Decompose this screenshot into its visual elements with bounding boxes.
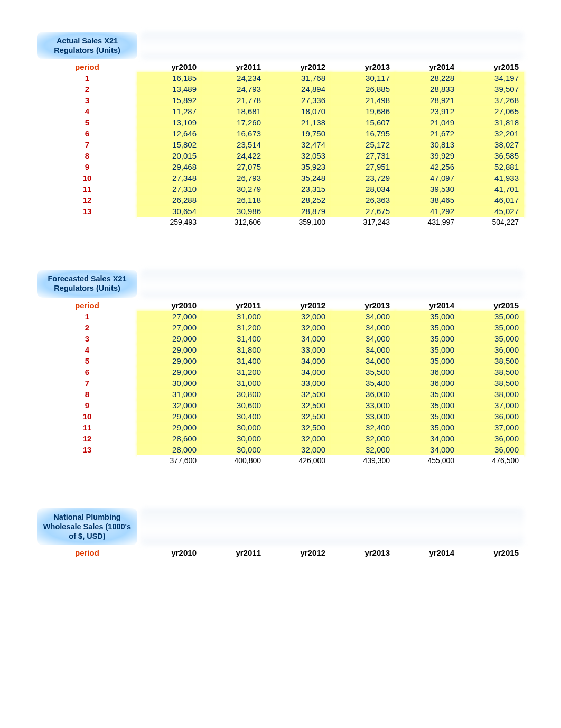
- table-row: 1129,00030,00032,50032,40035,00037,000: [37, 422, 524, 433]
- value-cell: 32,000: [266, 322, 331, 333]
- value-cell: 19,750: [266, 128, 331, 139]
- value-cell: 32,000: [331, 444, 395, 455]
- period-cell: 13: [37, 444, 137, 455]
- value-cell: 15,892: [137, 95, 202, 106]
- table-title: Actual Sales X21 Regulators (Units): [37, 32, 137, 59]
- value-cell: 18,070: [266, 106, 331, 117]
- value-cell: 21,049: [395, 117, 460, 128]
- year-column-header: yr2013: [331, 547, 395, 558]
- table-row: 629,00031,20034,00035,50036,00038,500: [37, 366, 524, 377]
- value-cell: 24,422: [202, 150, 266, 161]
- value-cell: 34,000: [395, 444, 460, 455]
- period-cell: 7: [37, 377, 137, 389]
- total-cell: 476,500: [460, 455, 524, 466]
- value-cell: 32,000: [137, 400, 202, 411]
- value-cell: 32,500: [266, 411, 331, 422]
- year-column-header: yr2015: [460, 300, 524, 311]
- period-cell: 2: [37, 322, 137, 333]
- value-cell: 33,000: [331, 411, 395, 422]
- data-table: periodyr2010yr2011yr2012yr2013yr2014yr20…: [37, 61, 524, 227]
- value-cell: 32,474: [266, 139, 331, 150]
- table-row: 1029,00030,40032,50033,00035,00036,000: [37, 411, 524, 422]
- total-cell: 455,000: [395, 455, 460, 466]
- value-cell: 41,292: [395, 206, 460, 217]
- value-cell: 35,000: [460, 333, 524, 344]
- value-cell: 32,000: [266, 433, 331, 444]
- value-cell: 35,000: [395, 411, 460, 422]
- value-cell: 32,053: [266, 150, 331, 161]
- data-table-block: Actual Sales X21 Regulators (Units)perio…: [37, 32, 524, 227]
- value-cell: 28,879: [266, 206, 331, 217]
- value-cell: 38,000: [460, 389, 524, 400]
- value-cell: 32,201: [460, 128, 524, 139]
- year-column-header: yr2011: [202, 61, 266, 72]
- value-cell: 38,500: [460, 366, 524, 377]
- value-cell: 34,000: [331, 355, 395, 366]
- total-cell: 259,493: [137, 217, 202, 227]
- value-cell: 21,778: [202, 95, 266, 106]
- totals-row: 259,493312,606359,100317,243431,997504,2…: [37, 217, 524, 227]
- value-cell: 29,468: [137, 161, 202, 172]
- value-cell: 35,000: [460, 311, 524, 322]
- totals-row: 377,600400,800426,000439,300455,000476,5…: [37, 455, 524, 466]
- value-cell: 35,400: [331, 377, 395, 389]
- value-cell: 28,228: [395, 72, 460, 84]
- table-row: 1226,28826,11828,25226,36338,46546,017: [37, 195, 524, 206]
- value-cell: 11,287: [137, 106, 202, 117]
- value-cell: 16,673: [202, 128, 266, 139]
- value-cell: 15,802: [137, 139, 202, 150]
- total-cell: 312,606: [202, 217, 266, 227]
- value-cell: 26,118: [202, 195, 266, 206]
- period-cell: 4: [37, 344, 137, 355]
- value-cell: 31,200: [202, 366, 266, 377]
- total-cell: 431,997: [395, 217, 460, 227]
- value-cell: 13,489: [137, 84, 202, 95]
- table-row: 227,00031,20032,00034,00035,00035,000: [37, 322, 524, 333]
- table-title-row: Actual Sales X21 Regulators (Units): [37, 32, 524, 59]
- value-cell: 28,833: [395, 84, 460, 95]
- value-cell: 35,000: [395, 422, 460, 433]
- table-title: Forecasted Sales X21 Regulators (Units): [37, 270, 137, 297]
- value-cell: 35,000: [395, 322, 460, 333]
- value-cell: 13,109: [137, 117, 202, 128]
- period-column-header: period: [37, 547, 137, 558]
- value-cell: 24,793: [202, 84, 266, 95]
- period-cell: 10: [37, 411, 137, 422]
- title-blur-strip: [141, 270, 524, 297]
- value-cell: 32,500: [266, 389, 331, 400]
- totals-label-cell: [37, 455, 137, 466]
- value-cell: 34,000: [331, 333, 395, 344]
- value-cell: 31,800: [202, 344, 266, 355]
- total-cell: 439,300: [331, 455, 395, 466]
- totals-label-cell: [37, 217, 137, 227]
- table-row: 213,48924,79324,89426,88528,83339,507: [37, 84, 524, 95]
- table-row: 1228,60030,00032,00032,00034,00036,000: [37, 433, 524, 444]
- table-row: 1027,34826,79335,24823,72947,09741,933: [37, 172, 524, 183]
- data-table-block: National Plumbing Wholesale Sales (1000'…: [37, 508, 524, 558]
- table-title: National Plumbing Wholesale Sales (1000'…: [37, 508, 137, 545]
- value-cell: 35,248: [266, 172, 331, 183]
- value-cell: 16,795: [331, 128, 395, 139]
- value-cell: 26,793: [202, 172, 266, 183]
- value-cell: 31,400: [202, 333, 266, 344]
- data-table: periodyr2010yr2011yr2012yr2013yr2014yr20…: [37, 547, 524, 558]
- value-cell: 16,185: [137, 72, 202, 84]
- total-cell: 317,243: [331, 217, 395, 227]
- year-column-header: yr2014: [395, 61, 460, 72]
- value-cell: 37,000: [460, 422, 524, 433]
- table-row: 1330,65430,98628,87927,67541,29245,027: [37, 206, 524, 217]
- total-cell: 359,100: [266, 217, 331, 227]
- value-cell: 28,600: [137, 433, 202, 444]
- value-cell: 31,818: [460, 117, 524, 128]
- value-cell: 34,000: [331, 311, 395, 322]
- table-title-row: Forecasted Sales X21 Regulators (Units): [37, 270, 524, 297]
- year-column-header: yr2015: [460, 547, 524, 558]
- value-cell: 31,768: [266, 72, 331, 84]
- value-cell: 35,000: [395, 333, 460, 344]
- value-cell: 32,500: [266, 400, 331, 411]
- period-cell: 9: [37, 161, 137, 172]
- year-column-header: yr2012: [266, 547, 331, 558]
- period-cell: 2: [37, 84, 137, 95]
- value-cell: 38,500: [460, 355, 524, 366]
- year-column-header: yr2013: [331, 300, 395, 311]
